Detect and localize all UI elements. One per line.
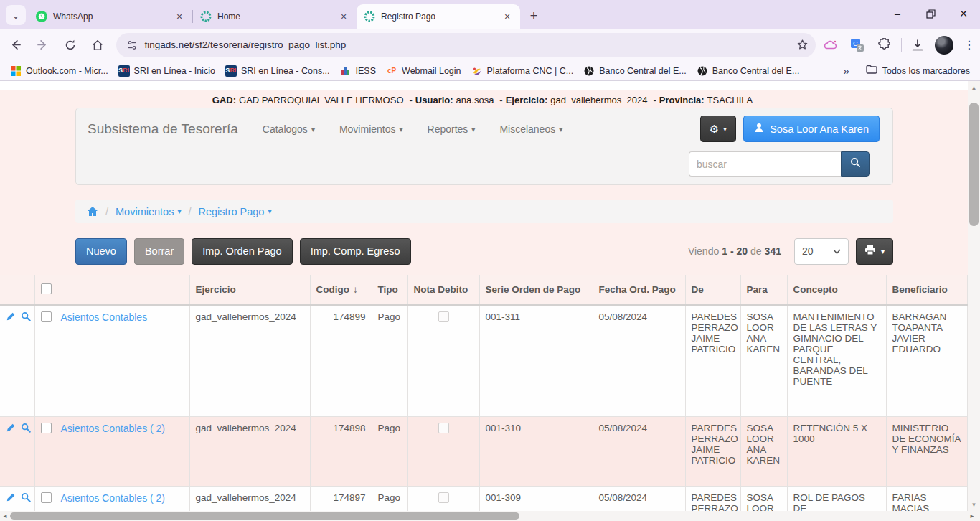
row-checkbox[interactable] [41,423,52,433]
toolbar-divider [901,38,902,52]
per-page-select[interactable]: 20 [794,238,849,265]
bookmark-star-icon[interactable] [796,39,809,51]
tab-home[interactable]: Home × [193,4,357,29]
view-icon[interactable] [21,311,31,321]
chrome-menu-icon[interactable]: ⋮ [958,34,980,56]
new-tab-button[interactable]: + [524,6,543,25]
minimize-button[interactable]: – [881,0,914,27]
header-ejercicio[interactable]: Ejercicio [189,275,310,305]
edit-icon[interactable] [6,492,16,502]
downloads-icon[interactable] [907,34,928,56]
globe-icon [583,65,595,77]
tab-close-icon[interactable]: × [338,11,349,22]
extension-cloud-icon[interactable] [821,34,842,56]
view-icon[interactable] [21,423,31,433]
row-link[interactable]: Asientos Contables ( 2) [61,492,166,504]
bookmark-sri-consultas[interactable]: SRI SRI en Línea - Cons... [225,65,330,77]
scroll-left-icon[interactable]: ◄ [0,511,10,521]
tab-search-button[interactable]: ⌄ [6,5,26,25]
address-bar[interactable]: fingads.net/sf2/tesoreria/registro_pago_… [116,33,816,57]
tab-title: Home [217,11,338,22]
breadcrumb-home[interactable] [87,206,98,217]
menu-catalogos[interactable]: Catalogos▾ [263,123,315,135]
reload-icon[interactable] [59,34,82,57]
header-concepto[interactable]: Concepto [787,275,886,305]
bookmark-outlook[interactable]: Outlook.com - Micr... [10,65,108,77]
url-text[interactable]: fingads.net/sf2/tesoreria/registro_pago_… [145,39,796,50]
cell-de: PAREDES PERRAZO JAIME PATRICIO [685,416,740,486]
bookmark-iess[interactable]: IESS [340,65,377,77]
restore-button[interactable] [914,0,947,27]
nuevo-button[interactable]: Nuevo [75,238,127,265]
scroll-down-icon[interactable]: ▼ [968,499,980,510]
search-input[interactable] [689,151,841,177]
tab-close-icon[interactable]: × [501,11,513,22]
header-beneficiario[interactable]: Beneficiario [886,275,967,305]
row-link[interactable]: Asientos Contables [61,311,148,323]
translate-icon[interactable]: G [847,34,868,56]
chevron-down-icon: ▾ [471,126,475,133]
bookmarks-overflow-chevron[interactable]: » [836,65,856,77]
chevron-down-icon: ▾ [559,126,562,133]
bookmark-bce-1[interactable]: Banco Central del E... [583,65,687,77]
forward-icon[interactable] [32,34,55,57]
vertical-scrollbar-thumb[interactable] [969,103,979,226]
breadcrumb-movimientos[interactable]: Movimientos▾ [116,206,181,217]
tab-whatsapp[interactable]: WhatsApp × [29,4,192,29]
all-bookmarks-button[interactable]: Todos los marcadores [857,65,970,77]
table-row: Asientos Contables gad_vallehermos_2024 … [0,305,967,416]
print-button[interactable]: ▾ [856,238,893,265]
settings-button[interactable]: ⚙▾ [700,116,736,142]
cpanel-icon: cP [386,65,397,77]
site-info-icon[interactable] [126,39,138,51]
cell-codigo: 174898 [310,416,372,486]
menu-movimientos[interactable]: Movimientos▾ [339,123,403,135]
header-fecha[interactable]: Fecha Ord. Pago [593,275,685,305]
edit-icon[interactable] [6,423,16,433]
imp-comp-egreso-button[interactable]: Imp. Comp. Egreso [300,238,411,265]
menu-miscelaneos[interactable]: Miscelaneos▾ [499,123,562,135]
header-tipo[interactable]: Tipo [372,275,407,305]
header-de[interactable]: De [685,275,740,305]
chevron-down-icon: ▾ [177,207,181,215]
horizontal-scrollbar-thumb[interactable] [10,512,519,520]
row-link[interactable]: Asientos Contables ( 2) [61,423,166,434]
header-serie[interactable]: Serie Orden de Pago [479,275,593,305]
horizontal-scrollbar[interactable]: ◄ ► [0,511,980,521]
records-table: Ejercicio Codigo↓ Tipo Nota Debito Serie… [0,275,968,521]
page-range: 1 - 20 [722,245,748,257]
bookmark-cnc[interactable]: Plataforma CNC | C... [471,65,574,77]
header-nota-debito[interactable]: Nota Debito [407,275,479,305]
bookmark-bce-2[interactable]: Banco Central del E... [697,65,800,77]
profile-avatar[interactable] [935,36,953,55]
borrar-button[interactable]: Borrar [134,238,184,265]
user-button[interactable]: Sosa Loor Ana Karen [743,116,880,142]
vertical-scrollbar[interactable]: ▲ ▼ [968,81,980,511]
extensions-puzzle-icon[interactable] [873,34,895,56]
row-checkbox[interactable] [41,492,52,503]
breadcrumb-registro-pago[interactable]: Registro Pago▾ [198,206,271,217]
nota-debito-checkbox [438,492,449,503]
close-window-button[interactable]: ✕ [947,0,980,27]
usuario-label: Usuario: [415,95,453,105]
cell-beneficiario: MINISTERIO DE ECONOMÍA Y FINANZAS [886,416,967,486]
home-icon [87,206,98,217]
scroll-up-icon[interactable]: ▲ [968,83,980,93]
header-icons [0,275,34,305]
menu-reportes[interactable]: Reportes▾ [428,123,476,135]
imp-orden-pago-button[interactable]: Imp. Orden Pago [192,238,292,265]
header-para[interactable]: Para [740,275,787,305]
row-checkbox[interactable] [41,311,52,322]
edit-icon[interactable] [6,311,16,321]
tab-close-icon[interactable]: × [174,11,185,22]
back-icon[interactable] [4,34,27,57]
view-icon[interactable] [21,492,31,502]
bookmark-webmail[interactable]: cP Webmail Login [386,65,461,77]
tab-registro-pago[interactable]: Registro Pago × [357,4,520,29]
scroll-right-icon[interactable]: ► [967,511,977,521]
bookmark-sri-inicio[interactable]: SRI SRI en Línea - Inicio [118,65,215,77]
select-all-checkbox[interactable] [41,283,52,294]
header-codigo[interactable]: Codigo↓ [310,275,372,305]
home-icon[interactable] [86,34,109,57]
search-button[interactable] [841,151,870,177]
